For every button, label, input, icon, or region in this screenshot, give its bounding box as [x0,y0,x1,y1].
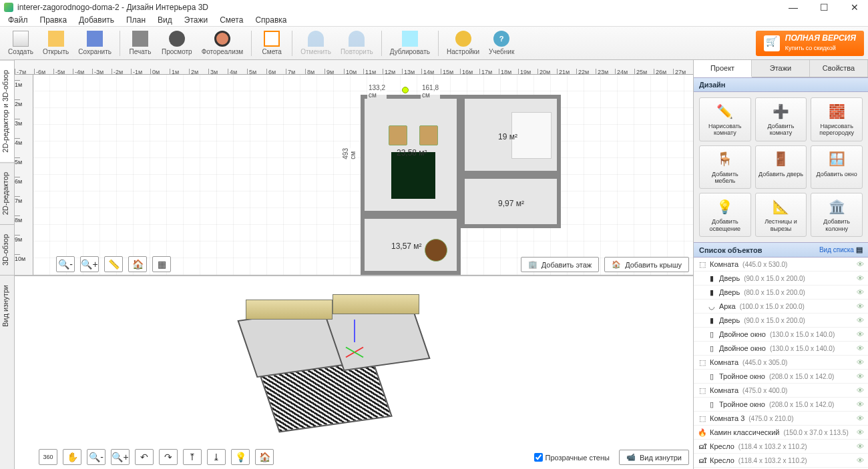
object-row[interactable]: ⬚Комната(445.0 x 530.0)👁 [694,258,868,272]
view-tab[interactable]: 2D-редактор [0,162,14,224]
estimate-button[interactable]: Смета [256,28,288,59]
object-list[interactable]: ⬚Комната(445.0 x 530.0)👁▮Дверь(90.0 x 15… [694,258,868,469]
zoom-in-button[interactable]: 🔍+ [80,256,99,272]
object-row[interactable]: ▯Двойное окно(130.0 x 15.0 x 140.0)👁 [694,342,868,356]
visibility-toggle-icon[interactable]: 👁 [857,386,864,394]
menu-этажи[interactable]: Этажи [179,15,213,26]
home-view-button[interactable]: 🏠 [128,256,147,272]
add-furniture-button[interactable]: 🪑Добавить мебель [699,145,751,189]
view-3d[interactable]: 360 ✋ 🔍- 🔍+ ↶ ↷ ⤒ ⤓ 💡 🏠 Прозрачные стены… [15,275,693,469]
buy-full-version-button[interactable]: ПОЛНАЯ ВЕРСИЯ Купить со скидкой [756,31,864,56]
visibility-toggle-icon[interactable]: 👁 [857,372,864,380]
inside-view-button[interactable]: 📹Вид изнутри [619,450,689,465]
print-button[interactable]: Печать [124,28,156,59]
object-row[interactable]: ⬚Комната(445.0 x 305.0)👁 [694,356,868,370]
object-row[interactable]: ▮Дверь(90.0 x 15.0 x 200.0)👁 [694,272,868,286]
room-bedroom[interactable]: 19 м² [461,95,561,175]
panel-tab-1[interactable]: Этажи [752,60,810,77]
add-column-button[interactable]: 🏛️Добавить колонну [811,193,863,237]
bed[interactable] [511,112,552,159]
create-button[interactable]: Создать [4,28,37,59]
zoom-out-button[interactable]: 🔍- [56,256,75,272]
view-tab[interactable]: 2D-редактор и 3D-обзор [0,60,14,162]
object-row[interactable]: ⬚Комната 3(475.0 x 210.0)👁 [694,412,868,426]
canvas-2d[interactable]: 23,58 м² 19 м² 9,97 м² 13,57 м² [33,75,693,275]
view-360-button[interactable]: 360 [39,449,57,465]
object-row[interactable]: ▯Тройное окно(208.0 x 15.0 x 142.0)👁 [694,398,868,412]
add-floor-button[interactable]: 🏢Добавить этаж [521,257,599,272]
menu-вид[interactable]: Вид [152,15,178,26]
visibility-toggle-icon[interactable]: 👁 [857,330,864,338]
settings-button[interactable]: Настройки [443,28,483,59]
visibility-toggle-icon[interactable]: 👁 [857,358,864,366]
add-door-button[interactable]: 🚪Добавить дверь [755,145,807,189]
visibility-toggle-icon[interactable]: 👁 [857,442,864,450]
save-button[interactable]: Сохранить [74,28,116,59]
room-small[interactable]: 9,97 м² [461,175,561,228]
menu-справка[interactable]: Справка [250,15,292,26]
add-room-button[interactable]: ➕Добавить комнату [755,97,807,141]
visibility-toggle-icon[interactable]: 👁 [857,400,864,408]
lighting-toggle-button[interactable]: 💡 [231,449,250,465]
zoom-in-3d-button[interactable]: 🔍+ [111,449,130,465]
visibility-toggle-icon[interactable]: 👁 [857,414,864,422]
view-2d[interactable]: 1м2м3м4м5м6м7м8м9м10м 23,58 м² 19 м² [15,75,693,275]
table[interactable] [425,239,447,262]
object-row[interactable]: 🛋Кресло(118.4 x 103.2 x 110.2)👁 [694,440,868,454]
view-list-link[interactable]: Вид списка [819,246,854,254]
zoom-out-3d-button[interactable]: 🔍- [87,449,105,465]
minimize-button[interactable]: — [784,2,803,13]
visibility-toggle-icon[interactable]: 👁 [857,428,864,436]
open-button[interactable]: Открыть [39,28,73,59]
visibility-toggle-icon[interactable]: 👁 [857,302,864,310]
room-kitchen[interactable]: 13,57 м² [361,215,461,275]
object-row[interactable]: ▯Двойное окно(130.0 x 15.0 x 140.0)👁 [694,328,868,342]
room-living[interactable]: 23,58 м² [361,95,461,215]
duplicate-button[interactable]: Дублировать [386,28,434,59]
visibility-toggle-icon[interactable]: 👁 [857,260,864,268]
preview-button[interactable]: Просмотр [158,28,196,59]
stairs-button[interactable]: 📐Лестницы и вырезы [755,193,807,237]
view-tab[interactable]: Вид изнутри [0,275,14,336]
add-window-button[interactable]: 🪟Добавить окно [811,145,863,189]
menu-добавить[interactable]: Добавить [73,15,120,26]
tilt-down-button[interactable]: ⤓ [207,449,226,465]
tutorial-button[interactable]: ?Учебник [485,28,518,59]
visibility-toggle-icon[interactable]: 👁 [857,274,864,282]
close-button[interactable]: ✕ [845,2,864,13]
object-row[interactable]: 🔥Камин классический(150.0 x 37.0 x 113.5… [694,426,868,440]
panel-tab-0[interactable]: Проект [694,60,752,77]
rotate-ccw-button[interactable]: ↶ [135,449,154,465]
rotate-cw-button[interactable]: ↷ [159,449,178,465]
menu-смета[interactable]: Смета [214,15,248,26]
armchair[interactable] [419,125,438,145]
object-row[interactable]: ▮Дверь(80.0 x 15.0 x 200.0)👁 [694,286,868,300]
object-row[interactable]: ▯Тройное окно(208.0 x 15.0 x 142.0)👁 [694,370,868,384]
menu-правка[interactable]: Правка [35,15,73,26]
transparent-walls-checkbox[interactable]: Прозрачные стены [534,453,610,462]
armchair[interactable] [389,125,407,145]
panel-tab-2[interactable]: Свойства [810,60,868,77]
object-row[interactable]: 🛋Кресло(118.4 x 103.2 x 110.2)👁 [694,454,868,468]
draw-partition-button[interactable]: 🧱Нарисовать перегородку [811,97,863,141]
menu-файл[interactable]: Файл [3,15,33,26]
photoreal-button[interactable]: Фотореализм [198,28,248,59]
object-row[interactable]: ▮Дверь(90.0 x 15.0 x 200.0)👁 [694,314,868,328]
add-roof-button[interactable]: 🏠Добавить крышу [604,257,689,272]
selection-handle[interactable] [402,87,409,93]
add-light-button[interactable]: 💡Добавить освещение [699,193,751,237]
tilt-up-button[interactable]: ⤒ [183,449,202,465]
visibility-toggle-icon[interactable]: 👁 [857,344,864,352]
view-tab[interactable]: 3D-обзор [0,224,14,275]
object-row[interactable]: ◡Арка(100.0 x 15.0 x 200.0)👁 [694,300,868,314]
visibility-toggle-icon[interactable]: 👁 [857,456,864,464]
home-3d-button[interactable]: 🏠 [255,449,274,465]
visibility-toggle-icon[interactable]: 👁 [857,288,864,296]
object-row[interactable]: ⬚Комната(475.0 x 400.0)👁 [694,384,868,398]
measure-tool-button[interactable]: 📏 [104,256,123,272]
pan-tool-button[interactable]: ✋ [63,449,81,465]
draw-room-button[interactable]: ✏️Нарисовать комнату [699,97,751,141]
list-icon[interactable]: ▤ [856,246,863,254]
menu-план[interactable]: План [121,15,151,26]
isometric-model[interactable] [240,286,467,446]
